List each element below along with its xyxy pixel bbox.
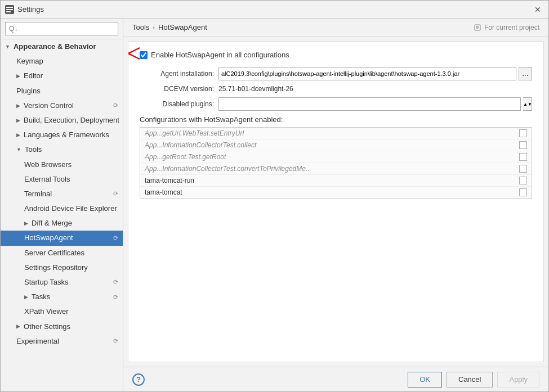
ok-button[interactable]: OK bbox=[408, 372, 442, 388]
sidebar-item-label: Appearance & Behavior bbox=[14, 42, 96, 52]
sidebar-item-version-control[interactable]: ▶ Version Control ⟳ bbox=[1, 98, 123, 113]
sync-icon: ⟳ bbox=[113, 234, 118, 242]
disabled-plugins-row: Disabled plugins: ▲▼ bbox=[140, 97, 532, 111]
sidebar-item-label: Tasks bbox=[32, 292, 50, 302]
expand-icon: ▶ bbox=[24, 220, 28, 227]
configurations-list: App...getUrl.WebTest.setEntryUrl App...I… bbox=[140, 127, 532, 199]
expand-icon: ▼ bbox=[5, 43, 10, 51]
sidebar-item-web-browsers[interactable]: Web Browsers bbox=[1, 157, 123, 172]
sidebar-item-label: Plugins bbox=[16, 86, 41, 96]
config-item: tama-tomcat-run bbox=[140, 175, 532, 187]
red-arrow-indicator bbox=[128, 45, 142, 62]
sync-icon: ⟳ bbox=[113, 190, 118, 198]
sidebar-item-other-settings[interactable]: ▶ Other Settings bbox=[1, 319, 123, 334]
sidebar-item-label: Server Certificates bbox=[24, 248, 84, 258]
sidebar-item-appearance-behavior[interactable]: ▼ Appearance & Behavior bbox=[1, 39, 123, 54]
sidebar-item-label: Languages & Frameworks bbox=[24, 130, 109, 140]
config-item-text: tama-tomcat bbox=[145, 188, 515, 196]
app-icon bbox=[5, 5, 14, 14]
sidebar-item-label: External Tools bbox=[24, 174, 70, 184]
help-button[interactable]: ? bbox=[132, 373, 145, 386]
svg-rect-0 bbox=[6, 7, 13, 8]
sidebar-item-android-device[interactable]: Android Device File Explorer bbox=[1, 201, 123, 216]
action-buttons: OK Cancel Apply bbox=[408, 372, 539, 388]
sidebar-item-label: Build, Execution, Deployment bbox=[24, 115, 119, 125]
apply-button[interactable]: Apply bbox=[497, 372, 539, 388]
expand-icon: ▼ bbox=[16, 146, 21, 154]
agent-installation-input[interactable] bbox=[218, 67, 516, 80]
sidebar-item-build-execution[interactable]: ▶ Build, Execution, Deployment bbox=[1, 113, 123, 128]
config-item-checkbox[interactable] bbox=[519, 188, 527, 196]
sidebar-item-label: Editor bbox=[24, 71, 43, 81]
config-item-text: App...getRoot.Test.getRoot bbox=[145, 153, 515, 161]
sidebar-item-label: Web Browsers bbox=[24, 160, 72, 170]
config-item: tama-tomcat bbox=[140, 187, 532, 198]
sidebar-item-label: Startup Tasks bbox=[24, 277, 69, 287]
sidebar-item-experimental[interactable]: Experimental ⟳ bbox=[1, 334, 123, 349]
disabled-plugins-input[interactable] bbox=[218, 97, 521, 111]
sidebar-item-hotswapagent[interactable]: HotSwapAgent ⟳ bbox=[1, 231, 123, 245]
disabled-plugins-value: ▲▼ bbox=[218, 97, 532, 111]
sidebar-item-tools[interactable]: ▼ Tools bbox=[1, 142, 123, 157]
sidebar-item-server-certs[interactable]: Server Certificates bbox=[1, 246, 123, 260]
sidebar-item-label: Terminal bbox=[24, 189, 52, 199]
configurations-label: Configurations with HotSwapAgent enabled… bbox=[140, 115, 532, 124]
dcevm-version-value: 25.71-b01-dcevmlight-26 bbox=[218, 85, 293, 93]
sync-icon: ⟳ bbox=[113, 101, 118, 110]
sidebar-item-external-tools[interactable]: External Tools bbox=[1, 172, 123, 187]
sidebar-item-diff-merge[interactable]: ▶ Diff & Merge bbox=[1, 216, 123, 231]
config-item-checkbox[interactable] bbox=[519, 153, 527, 161]
sidebar-item-label: Version Control bbox=[24, 101, 74, 111]
bottom-bar: ? OK Cancel Apply bbox=[123, 367, 548, 391]
config-item: App...InformationCollectorTest.collect bbox=[140, 139, 532, 151]
sidebar-item-label: Diff & Merge bbox=[32, 218, 72, 228]
expand-icon: ▶ bbox=[16, 323, 20, 330]
breadcrumb: Tools › HotSwapAgent For current project bbox=[123, 19, 548, 37]
config-item-checkbox[interactable] bbox=[519, 129, 527, 137]
sidebar-item-keymap[interactable]: Keymap bbox=[1, 54, 123, 69]
dcevm-version-label: DCEVM version: bbox=[140, 85, 218, 93]
sidebar-item-xpath-viewer[interactable]: XPath Viewer bbox=[1, 304, 123, 319]
close-button[interactable]: ✕ bbox=[532, 3, 544, 16]
sidebar-item-terminal[interactable]: Terminal ⟳ bbox=[1, 187, 123, 201]
sidebar-item-label: Settings Repository bbox=[24, 263, 88, 273]
agent-installation-value: … bbox=[218, 67, 532, 80]
right-panel: Tools › HotSwapAgent For current project bbox=[123, 19, 548, 391]
sidebar-item-languages[interactable]: ▶ Languages & Frameworks bbox=[1, 128, 123, 142]
sidebar-item-label: Android Device File Explorer bbox=[24, 204, 117, 214]
sidebar-item-startup-tasks[interactable]: Startup Tasks ⟳ bbox=[1, 275, 123, 290]
sidebar-item-settings-repo[interactable]: Settings Repository bbox=[1, 260, 123, 275]
cancel-button[interactable]: Cancel bbox=[447, 372, 493, 388]
config-item-checkbox[interactable] bbox=[519, 165, 527, 173]
browse-button[interactable]: … bbox=[519, 67, 532, 80]
sync-icon: ⟳ bbox=[113, 337, 118, 345]
expand-textarea-button[interactable]: ▲▼ bbox=[523, 97, 532, 111]
breadcrumb-separator: › bbox=[153, 24, 155, 31]
sidebar-item-label: Experimental bbox=[16, 336, 59, 346]
config-item: App...InformationCollectorTest.convertTo… bbox=[140, 163, 532, 175]
svg-rect-1 bbox=[6, 9, 13, 10]
sidebar-item-editor[interactable]: ▶ Editor bbox=[1, 69, 123, 83]
config-item-text: tama-tomcat-run bbox=[145, 177, 515, 184]
sidebar-item-label: XPath Viewer bbox=[24, 307, 69, 317]
sidebar-item-tasks[interactable]: ▶ Tasks ⟳ bbox=[1, 290, 123, 304]
search-box bbox=[1, 19, 123, 39]
search-input[interactable] bbox=[5, 22, 118, 35]
title-bar: Settings ✕ bbox=[1, 1, 548, 19]
config-item-text: App...getUrl.WebTest.setEntryUrl bbox=[145, 129, 515, 137]
config-item: App...getUrl.WebTest.setEntryUrl bbox=[140, 128, 532, 139]
config-item-text: App...InformationCollectorTest.convertTo… bbox=[145, 165, 515, 173]
config-item-checkbox[interactable] bbox=[519, 177, 527, 184]
config-item-text: App...InformationCollectorTest.collect bbox=[145, 141, 515, 149]
settings-window: Settings ✕ ▼ Appearance & Behavior Keyma… bbox=[0, 0, 549, 392]
window-title: Settings bbox=[17, 5, 44, 13]
agent-installation-label: Agent installation: bbox=[140, 70, 218, 78]
sidebar-item-label: Tools bbox=[25, 145, 42, 155]
disabled-plugins-label: Disabled plugins: bbox=[140, 100, 218, 108]
sidebar-item-plugins[interactable]: Plugins bbox=[1, 84, 123, 98]
expand-icon: ▶ bbox=[16, 132, 20, 139]
config-item-checkbox[interactable] bbox=[519, 141, 527, 149]
for-project-label: For current project bbox=[474, 24, 539, 31]
content-area: Enable HotSwapAgent in all configuration… bbox=[128, 41, 544, 362]
breadcrumb-part2: HotSwapAgent bbox=[158, 23, 207, 31]
